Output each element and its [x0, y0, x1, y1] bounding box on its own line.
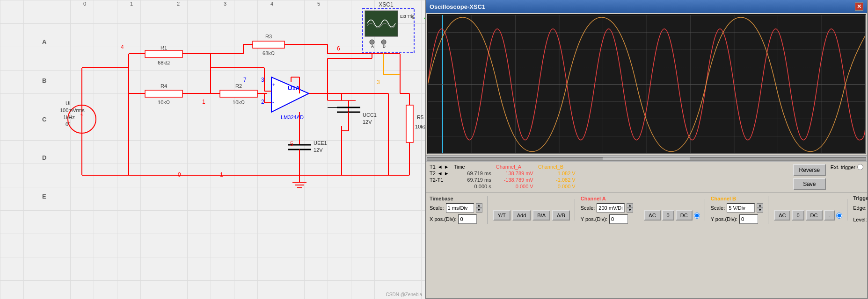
cha-ypos-label: Y pos.(Div):: [581, 216, 607, 222]
ba-button[interactable]: B/A: [532, 210, 550, 221]
t1-time: 69.719 ms: [454, 171, 491, 176]
yt-button[interactable]: Y/T: [493, 210, 511, 221]
timebase-spinner[interactable]: ▲ ▼: [476, 203, 482, 213]
oscilloscope-scrollbar[interactable]: [426, 155, 867, 162]
svg-rect-33: [253, 41, 284, 48]
cha-down[interactable]: ▼: [627, 208, 633, 213]
svg-text:UCC1: UCC1: [363, 112, 377, 118]
t1-arrows[interactable]: ◄ ►: [438, 164, 449, 170]
action-buttons: Reverse Save: [793, 164, 826, 190]
add-button[interactable]: Add: [512, 210, 531, 221]
timebase-xpos-label: X pos.(Div):: [430, 216, 456, 222]
channel-a-header: Channel_A: [496, 164, 521, 170]
cha-ac-button[interactable]: AC: [644, 210, 660, 221]
svg-text:R4: R4: [160, 83, 167, 89]
channel-a-values: Channel_A -138.789 mV -138.789 mV 0.000 …: [496, 164, 533, 190]
cha-coupling-radio[interactable]: [694, 213, 700, 219]
chb-spinner[interactable]: ▲ ▼: [757, 203, 763, 213]
chb-ypos-label: Y pos.(Div):: [711, 216, 737, 222]
time-values: Time 69.719 ms 69.719 ms 0.000 s: [454, 164, 491, 190]
watermark: CSDN @Zenebla: [386, 292, 422, 297]
trigger-level-row: Level: V: [853, 215, 868, 224]
svg-text:5: 5: [290, 141, 293, 147]
svg-text:100mVrms: 100mVrms: [60, 107, 85, 113]
trigger-level-label: Level:: [853, 217, 867, 222]
chb-up[interactable]: ▲: [757, 203, 763, 208]
chb-coupling-row: AC 0 DC -: [774, 210, 842, 221]
svg-rect-39: [220, 90, 257, 97]
trigger-edge-label: Edge:: [853, 205, 867, 211]
save-button[interactable]: Save: [793, 178, 826, 190]
t2t1-cha: 0.000 V: [496, 184, 533, 189]
timebase-xpos-row: X pos.(Div):: [430, 214, 482, 224]
scrollbar-thumb[interactable]: [603, 157, 690, 160]
svg-text:UEE1: UEE1: [314, 140, 327, 146]
cha-up[interactable]: ▲: [627, 203, 633, 208]
cha-scale-input[interactable]: [597, 203, 625, 213]
t2-chb: -1.082 V: [538, 177, 576, 183]
t2-arrows[interactable]: ◄ ►: [438, 171, 449, 176]
scrollbar-track[interactable]: [427, 157, 866, 161]
timebase-label: Timebase: [430, 196, 482, 201]
circuit-diagram: ~ R1 68kΩ R3 68kΩ R4 10kΩ R2 10kΩ R5 10k…: [0, 0, 426, 299]
svg-text:10kΩ: 10kΩ: [415, 124, 426, 129]
measurements-panel: T1 ◄ ► T2 ◄ ► T2-T1 Time 69.719 ms 69.71…: [426, 162, 867, 192]
timebase-scale-input[interactable]: [446, 203, 474, 213]
waveform-display: [428, 15, 865, 154]
chb-zero-button[interactable]: 0: [792, 210, 804, 221]
chb-scale-label: Scale:: [711, 205, 725, 211]
chb-ypos-row: Y pos.(Div):: [711, 214, 764, 224]
cha-ypos-input[interactable]: [609, 214, 628, 224]
svg-text:7: 7: [243, 77, 247, 83]
cha-coupling-row: AC 0 DC: [644, 210, 700, 221]
ext-trigger-radio[interactable]: [857, 164, 863, 170]
timebase-mode-row: Y/T Add B/A A/B: [493, 210, 570, 221]
chb-coupling-radio[interactable]: [836, 213, 842, 219]
trigger-label: Trigger: [853, 195, 868, 201]
svg-text:R5: R5: [417, 114, 423, 120]
oscilloscope-title: Oscilloscope-XSC1: [430, 3, 485, 10]
timing-measurements: T1 ◄ ► T2 ◄ ► T2-T1: [430, 164, 449, 184]
svg-text:2: 2: [261, 99, 264, 105]
timebase-up[interactable]: ▲: [476, 203, 482, 208]
close-button[interactable]: ✕: [855, 2, 863, 11]
time-header: Time: [454, 164, 465, 170]
svg-text:10kΩ: 10kΩ: [158, 100, 170, 105]
trigger-section: Trigger Edge: ↑ ↓ A B Ext Level: V: [853, 195, 868, 224]
cha-spinner[interactable]: ▲ ▼: [627, 203, 633, 213]
svg-text:1: 1: [202, 99, 205, 105]
chb-down[interactable]: ▼: [757, 208, 763, 213]
oscilloscope-screen: [427, 14, 866, 154]
svg-text:Ui: Ui: [66, 100, 70, 106]
chb-scale-input[interactable]: [727, 203, 755, 213]
t2-label: T2: [430, 171, 436, 176]
timebase-down[interactable]: ▼: [476, 208, 482, 213]
chb-ypos-input[interactable]: [739, 214, 758, 224]
cha-scale-label: Scale:: [581, 205, 595, 211]
svg-text:3: 3: [261, 77, 264, 83]
reverse-button[interactable]: Reverse: [793, 164, 826, 176]
svg-rect-30: [145, 50, 182, 57]
trigger-edge-row: Edge: ↑ ↓ A B Ext: [853, 203, 868, 213]
svg-text:U1A: U1A: [288, 85, 300, 92]
timebase-scale-row: Scale: ▲ ▼: [430, 203, 482, 213]
svg-text:R3: R3: [265, 34, 272, 39]
svg-rect-42: [406, 105, 413, 142]
ab-button[interactable]: A/B: [552, 210, 570, 221]
cha-zero-button[interactable]: 0: [662, 210, 674, 221]
chb-ac-button[interactable]: AC: [774, 210, 790, 221]
channel-b-values: Channel_B -1.082 V -1.082 V 0.000 V: [538, 164, 576, 190]
ext-trigger-section: Ext. trigger: [831, 164, 863, 170]
t2t1-chb: 0.000 V: [538, 184, 576, 189]
chb-dc-button[interactable]: DC: [806, 210, 823, 221]
svg-text:LM324AD: LM324AD: [281, 114, 304, 120]
svg-text:B: B: [383, 44, 386, 49]
svg-text:+: +: [272, 82, 275, 87]
chb-minus-button[interactable]: -: [824, 210, 835, 221]
timebase-xpos-input[interactable]: [458, 214, 477, 224]
cha-dc-button[interactable]: DC: [676, 210, 693, 221]
svg-text:1kHz: 1kHz: [63, 114, 75, 120]
chb-coupling-section: AC 0 DC -: [774, 199, 847, 221]
svg-text:68kΩ: 68kΩ: [158, 60, 170, 65]
svg-text:6: 6: [337, 45, 340, 52]
